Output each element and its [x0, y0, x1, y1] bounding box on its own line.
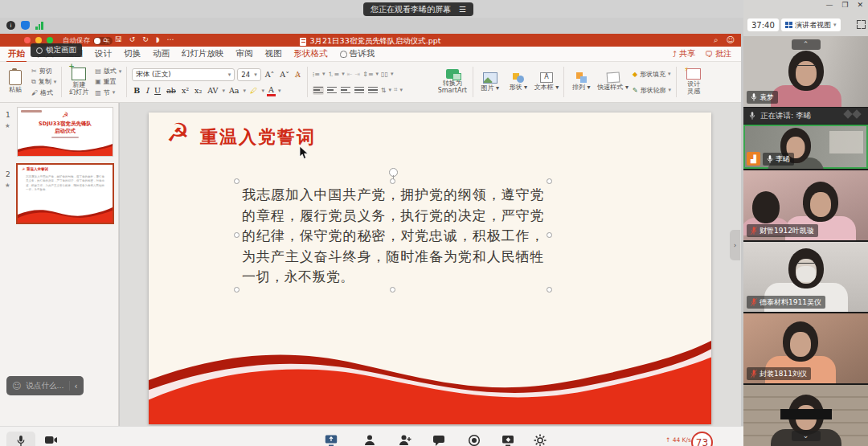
tab-review[interactable]: 审阅 [236, 48, 253, 59]
resize-handle[interactable] [390, 287, 395, 293]
shrink-font-icon[interactable]: A˅ [278, 70, 291, 79]
numbering-icon[interactable]: ⒈≡ [328, 70, 340, 79]
design-ideas-button[interactable]: 设计 灵感 [682, 64, 706, 100]
section-button[interactable]: ▥节▾ [95, 88, 121, 97]
font-color-button[interactable]: A [267, 85, 276, 96]
layout-button[interactable]: ▤版式▾ [95, 67, 121, 76]
copy-button[interactable]: ⧉复制▾ [31, 77, 56, 86]
slide[interactable]: ☭ 重温入党誓词 我志愿加入中国共产党，拥护党的纲领，遵守党的章程，履行党员义务… [149, 113, 711, 424]
quick-styles-button[interactable]: 快速样式 ▾ [597, 64, 628, 100]
camera-button[interactable] [45, 434, 58, 446]
outdent-icon[interactable]: ⇤ [347, 71, 353, 78]
lock-screen-button[interactable]: 锁定画面 [31, 43, 82, 57]
font-size-select[interactable]: 24▾ [237, 68, 260, 81]
align-center-button[interactable] [326, 86, 338, 95]
strikethrough-button[interactable]: ab [165, 86, 178, 95]
text-direction-icon[interactable]: ⇅ [381, 87, 387, 94]
shape-fill-button[interactable]: ◆形状填充▾ [633, 70, 671, 79]
change-case-button[interactable]: Aa [227, 86, 241, 95]
microphone-button[interactable] [6, 432, 35, 446]
settings-button[interactable] [534, 434, 547, 446]
shield-icon[interactable] [21, 21, 30, 30]
new-slide-button[interactable]: 新建 幻灯片 [67, 64, 91, 100]
invite-member-button[interactable] [399, 434, 411, 446]
align-right-button[interactable] [340, 86, 351, 95]
italic-button[interactable]: I [144, 86, 150, 95]
collapse-tiles-button[interactable]: ⌃ [792, 39, 821, 50]
speaker-view-button[interactable]: 演讲者视图 ▾ [781, 18, 841, 31]
shapes-button[interactable]: 形状 ▾ [506, 64, 530, 100]
bold-button[interactable]: B [132, 86, 141, 95]
minimize-icon[interactable]: — [825, 1, 833, 9]
tab-slideshow[interactable]: 幻灯片放映 [182, 48, 224, 59]
video-tile[interactable]: 封装1811刘仪 [743, 313, 868, 383]
search-icon[interactable]: ⌕ [714, 35, 719, 45]
video-tile[interactable]: 财管1912叶凯璇 [743, 170, 868, 240]
tab-design[interactable]: 设计 [95, 48, 112, 59]
tab-home[interactable]: 开始 [8, 48, 25, 59]
slide-thumbnail-2[interactable]: ☭ 重温入党誓词 我志愿加入中国共产党，拥护党的纲领，遵守党的章程，履行党员义务… [18, 165, 113, 223]
participants-button[interactable] [363, 434, 376, 446]
reset-button[interactable]: ▣重置 [95, 77, 121, 86]
resize-handle[interactable] [234, 232, 240, 238]
rotate-handle[interactable] [389, 168, 398, 177]
font-name-select[interactable]: 宋体 (正文)▾ [132, 68, 235, 81]
signal-bars-icon[interactable] [35, 22, 43, 30]
arrange-button[interactable]: 排列 ▾ [569, 64, 593, 100]
resize-handle[interactable] [547, 287, 552, 293]
resize-handle[interactable] [234, 178, 240, 184]
collapse-chat-icon[interactable]: ‹ [75, 382, 78, 391]
expand-tiles-button[interactable]: ⌄ [792, 431, 821, 441]
bullets-icon[interactable]: ⁝≡ [313, 71, 320, 78]
emoji-icon[interactable]: ☺ [12, 381, 21, 391]
share-screen-button[interactable] [325, 434, 338, 446]
resize-handle[interactable] [234, 287, 240, 293]
clear-format-icon[interactable]: A̷ [293, 70, 302, 79]
grow-font-icon[interactable]: A˄ [264, 70, 276, 79]
underline-button[interactable]: U [153, 86, 162, 95]
align-text-icon[interactable]: ⌗ [394, 86, 398, 94]
textbox-button[interactable]: A 文本框 ▾ [534, 64, 559, 100]
video-tile[interactable]: ⌃ 袁梦 [743, 36, 868, 107]
format-painter-button[interactable]: 🖌格式 [31, 88, 56, 97]
convert-smartart-button[interactable]: 转换为 SmartArt [437, 64, 468, 100]
paste-button[interactable]: 粘贴 [3, 64, 27, 100]
indent-icon[interactable]: ⇥ [354, 71, 360, 78]
account-icon[interactable]: ☺ [727, 35, 735, 45]
info-icon[interactable]: i [6, 21, 15, 30]
apps-button[interactable] [502, 434, 514, 446]
chat-quick-input[interactable]: ☺ 说点什么... ‹ [6, 376, 84, 395]
maximize-icon[interactable]: ❐ [841, 1, 848, 9]
tab-shape-format[interactable]: 形状格式 [294, 48, 328, 59]
sidebar-collapse-handle[interactable]: › [730, 230, 740, 260]
resize-handle[interactable] [547, 232, 552, 238]
resize-handle[interactable] [390, 178, 395, 184]
align-left-button[interactable] [313, 86, 324, 95]
share-button[interactable]: ⤴ 共享 [673, 48, 695, 59]
video-tile-speaking[interactable]: ▟ 李晞 [743, 125, 868, 169]
superscript-button[interactable]: x² [180, 86, 190, 95]
distribute-button[interactable] [367, 86, 379, 95]
slide-thumbnail-1[interactable]: ☭ SDJU33宿党员先锋队 启动仪式 [18, 108, 113, 156]
line-spacing-icon[interactable]: ⇕≡ [362, 71, 373, 78]
shape-outline-button[interactable]: ✎形状轮廓▾ [633, 86, 671, 95]
tab-tell-me[interactable]: 告诉我 [340, 48, 375, 59]
subscript-button[interactable]: x₂ [193, 86, 203, 95]
justify-button[interactable] [354, 86, 365, 95]
selected-textbox[interactable]: 我志愿加入中国共产党，拥护党的纲领，遵守党的章程，履行党员义务，执行党的决定，严… [237, 182, 549, 289]
close-icon[interactable]: ✕ [857, 1, 863, 9]
comments-button[interactable]: 🗨 批注 [705, 48, 731, 59]
video-tile[interactable]: ⌄ [743, 385, 868, 446]
resize-handle[interactable] [547, 178, 552, 184]
record-button[interactable] [468, 434, 481, 446]
tab-transitions[interactable]: 切换 [124, 48, 141, 59]
fullscreen-icon[interactable] [857, 20, 866, 29]
highlight-button[interactable]: 🖊 [248, 86, 260, 95]
tab-view[interactable]: 视图 [265, 48, 282, 59]
text-effects-button[interactable]: AV [206, 86, 219, 95]
tab-animations[interactable]: 动画 [153, 48, 170, 59]
cut-button[interactable]: ✂剪切 [31, 67, 56, 76]
video-tile[interactable]: 德泰材料1911吴仪 [743, 242, 868, 312]
list-icon[interactable]: ☰ [459, 5, 466, 14]
columns-icon[interactable]: ▯▯ [381, 71, 388, 78]
